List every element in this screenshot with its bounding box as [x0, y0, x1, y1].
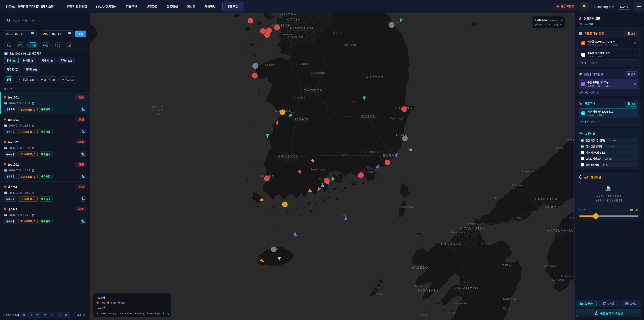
- svg-text:Gumi: Gumi: [352, 101, 360, 104]
- svg-text:ANDONG: ANDONG: [366, 75, 384, 79]
- svg-text:五島灘: 五島灘: [414, 284, 422, 287]
- svg-text:Iksan: Iksan: [290, 111, 298, 114]
- svg-text:MATSUYAMA: MATSUYAMA: [546, 228, 573, 233]
- svg-text:Goto: Goto: [376, 292, 383, 295]
- svg-text:Iki: Iki: [417, 234, 420, 237]
- svg-text:Shimonoseki: Shimonoseki: [466, 222, 486, 225]
- svg-text:Koshi: Koshi: [464, 281, 472, 284]
- svg-text:Shimanto: Shimanto: [561, 275, 574, 278]
- svg-text:SEOUL: SEOUL: [287, 18, 302, 22]
- svg-text:Munakata: Munakata: [450, 231, 465, 234]
- svg-text:Tsushima: Tsushima: [401, 205, 414, 209]
- svg-text:Hyuga: Hyuga: [503, 306, 512, 310]
- svg-text:Hagi: Hagi: [494, 196, 500, 200]
- svg-text:Hamada: Hamada: [522, 170, 534, 173]
- svg-text:Suncheon: Suncheon: [310, 168, 325, 171]
- svg-text:DAEGU: DAEGU: [361, 114, 376, 119]
- svg-text:Cheonan: Cheonan: [296, 62, 309, 65]
- svg-text:Shunan: Shunan: [510, 216, 521, 220]
- svg-text:Seosan: Seosan: [265, 63, 276, 67]
- svg-text:黄海 / 황: 黄海 / 황: [152, 105, 163, 108]
- svg-text:JEONJU: JEONJU: [294, 117, 310, 121]
- svg-text:HIROSHIMA: HIROSHIMA: [534, 197, 558, 201]
- svg-text:SASEBO: SASEBO: [412, 266, 428, 269]
- svg-text:서해: 서해: [156, 112, 161, 116]
- svg-text:Ansan: Ansan: [283, 33, 292, 36]
- svg-text:Gyeongju: Gyeongju: [390, 117, 404, 120]
- svg-text:Sukumo: Sukumo: [552, 278, 564, 281]
- svg-text:Jinju: Jinju: [342, 153, 349, 157]
- svg-text:八代海: 八代海: [448, 311, 456, 315]
- svg-text:Uwajima: Uwajima: [544, 264, 556, 268]
- svg-text:Nobeoka: Nobeoka: [503, 297, 516, 300]
- svg-text:GOYANG: GOYANG: [280, 13, 297, 16]
- svg-text:Nonsan: Nonsan: [294, 96, 306, 100]
- svg-text:Masuda: Masuda: [512, 183, 524, 186]
- svg-text:Jecheon: Jecheon: [344, 43, 356, 46]
- svg-text:GWANGJU: GWANGJU: [278, 155, 299, 158]
- svg-text:Yatsushiro: Yatsushiro: [452, 302, 468, 305]
- svg-text:OITA: OITA: [502, 263, 512, 267]
- svg-text:KUMAMOTO: KUMAMOTO: [453, 286, 478, 290]
- svg-text:FUKUOKA: FUKUOKA: [441, 242, 462, 246]
- svg-text:天草灘: 天草灘: [420, 313, 428, 317]
- svg-text:Cheongju: Cheongju: [311, 71, 325, 74]
- svg-text:SEONGNAM: SEONGNAM: [290, 26, 314, 30]
- svg-text:Izumo: Izumo: [554, 146, 564, 149]
- svg-text:Changwon: Changwon: [364, 150, 380, 153]
- svg-text:DAEJEON: DAEJEON: [304, 88, 323, 92]
- svg-text:NAGASAKI: NAGASAKI: [416, 288, 438, 292]
- svg-text:해 / 조선: 해 / 조선: [152, 108, 163, 112]
- svg-text:Nakatsu: Nakatsu: [481, 242, 494, 245]
- svg-text:Wonju: Wonju: [332, 31, 342, 34]
- svg-text:KURE: KURE: [545, 205, 556, 209]
- svg-text:KITAKYUSHU: KITAKYUSHU: [460, 226, 486, 230]
- svg-text:Geoje: Geoje: [366, 170, 374, 173]
- svg-text:Imabari: Imabari: [565, 216, 574, 219]
- svg-text:MATSUE: MATSUE: [566, 138, 574, 142]
